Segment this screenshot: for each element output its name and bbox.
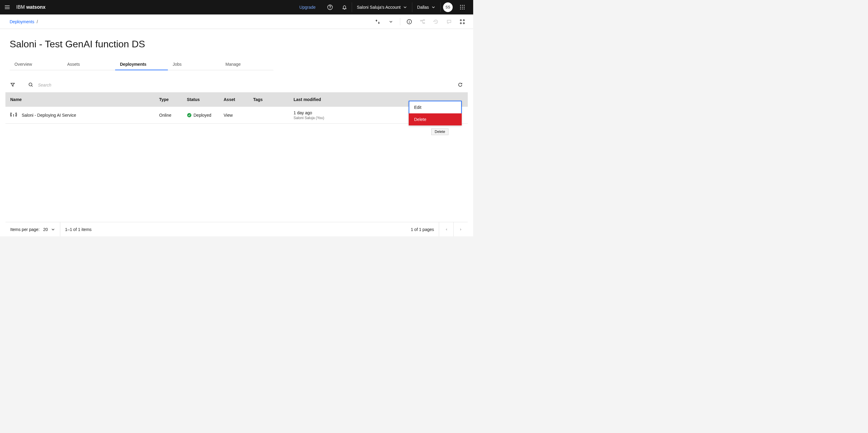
tab-assets[interactable]: Assets xyxy=(62,58,115,70)
brand-prefix: IBM xyxy=(16,4,26,10)
context-menu-delete[interactable]: Delete xyxy=(409,113,462,125)
chevron-down-icon xyxy=(431,5,435,9)
apps-grid-icon xyxy=(460,4,465,10)
help-button[interactable] xyxy=(323,0,337,15)
page-content: Saloni - Test GenAI function DS Overview… xyxy=(0,29,473,70)
refresh-icon xyxy=(458,82,463,87)
table-row[interactable]: Saloni - Deploying AI Service Online Dep… xyxy=(5,107,468,124)
region-name: Dallas xyxy=(417,5,429,10)
broadcast-icon xyxy=(10,111,17,118)
pagination-prev-button[interactable] xyxy=(439,222,453,237)
history-button xyxy=(430,16,442,28)
deployment-type-icon xyxy=(10,111,17,119)
region-switcher[interactable]: Dallas xyxy=(412,0,440,15)
chevron-down-icon xyxy=(403,5,407,9)
menu-button[interactable] xyxy=(0,0,14,15)
table-toolbar xyxy=(5,78,468,92)
related-button[interactable] xyxy=(456,16,468,28)
deployment-type-cell: Online xyxy=(159,113,187,118)
nodes-icon xyxy=(460,19,465,24)
filter-icon xyxy=(10,82,15,87)
column-header-type[interactable]: Type xyxy=(159,97,187,102)
svg-point-5 xyxy=(460,7,461,8)
status-success-icon xyxy=(187,113,192,118)
svg-point-7 xyxy=(464,7,465,8)
search-input[interactable] xyxy=(38,83,453,87)
caret-right-icon xyxy=(459,227,463,232)
flow-button xyxy=(416,16,429,28)
tab-manage[interactable]: Manage xyxy=(221,58,273,70)
import-export-dropdown[interactable] xyxy=(385,16,397,28)
row-context-menu: Edit Delete xyxy=(409,101,462,125)
search-icon xyxy=(28,82,33,87)
tab-jobs[interactable]: Jobs xyxy=(168,58,221,70)
info-button[interactable] xyxy=(403,16,415,28)
help-icon xyxy=(327,4,333,10)
notifications-button[interactable] xyxy=(337,0,352,15)
refresh-button[interactable] xyxy=(458,82,463,88)
items-per-page-select[interactable]: 20 xyxy=(43,227,55,232)
search-button[interactable] xyxy=(28,82,33,88)
column-header-status[interactable]: Status xyxy=(187,97,224,102)
breadcrumb-separator: / xyxy=(37,19,38,24)
deployment-status-text: Deployed xyxy=(193,113,211,118)
upgrade-link[interactable]: Upgrade xyxy=(299,5,315,10)
caret-left-icon xyxy=(444,227,448,232)
svg-point-20 xyxy=(29,83,32,86)
account-switcher[interactable]: Saloni Saluja's Account xyxy=(352,0,412,15)
global-header: IBM watsonx Upgrade Saloni Saluja's Acco… xyxy=(0,0,473,15)
svg-point-18 xyxy=(460,23,461,24)
hamburger-icon xyxy=(4,4,10,10)
sub-header: Deployments / xyxy=(0,15,473,29)
pagination-range-text: 1–1 of 1 items xyxy=(60,227,96,232)
avatar[interactable]: SS xyxy=(443,2,453,12)
svg-point-3 xyxy=(462,5,463,6)
chevron-down-icon xyxy=(389,20,393,24)
svg-point-16 xyxy=(460,20,461,21)
tab-deployments[interactable]: Deployments xyxy=(115,58,168,70)
table-header-row: Name Type Status Asset Tags Last modifie… xyxy=(5,92,468,107)
svg-point-6 xyxy=(462,7,463,8)
pagination-pages-text: 1 of 1 pages xyxy=(406,227,439,232)
items-per-page-value: 20 xyxy=(43,227,48,232)
tab-list: Overview Assets Deployments Jobs Manage xyxy=(10,58,464,70)
svg-point-9 xyxy=(462,9,463,10)
app-switcher[interactable] xyxy=(455,0,470,15)
comment-icon xyxy=(446,19,452,24)
table-pagination: Items per page: 20 1–1 of 1 items 1 of 1… xyxy=(5,222,468,236)
svg-point-4 xyxy=(464,5,465,6)
column-header-name[interactable]: Name xyxy=(5,97,159,102)
column-header-asset[interactable]: Asset xyxy=(224,97,253,102)
pagination-next-button[interactable] xyxy=(453,222,468,237)
svg-point-10 xyxy=(464,9,465,10)
chevron-down-icon xyxy=(51,227,55,232)
svg-point-8 xyxy=(460,9,461,10)
svg-point-19 xyxy=(463,23,464,24)
breadcrumb: Deployments / xyxy=(10,19,38,24)
flow-icon xyxy=(420,19,425,24)
tab-overview[interactable]: Overview xyxy=(10,58,62,70)
deployment-asset-cell[interactable]: View xyxy=(224,113,253,118)
items-per-page-label: Items per page: xyxy=(10,227,39,232)
page-title: Saloni - Test GenAI function DS xyxy=(10,38,464,50)
deployment-name: Saloni - Deploying AI Service xyxy=(22,113,76,118)
context-menu-edit[interactable]: Edit xyxy=(409,101,461,113)
account-name: Saloni Saluja's Account xyxy=(357,5,401,10)
breadcrumb-link-deployments[interactable]: Deployments xyxy=(10,19,34,24)
svg-point-12 xyxy=(409,20,410,21)
svg-point-2 xyxy=(460,5,461,6)
import-export-icon xyxy=(375,19,380,24)
bell-icon xyxy=(341,4,347,10)
column-header-tags[interactable]: Tags xyxy=(253,97,288,102)
deployment-status-cell: Deployed xyxy=(187,113,224,118)
deployments-table: Name Type Status Asset Tags Last modifie… xyxy=(5,78,468,124)
comment-button xyxy=(443,16,455,28)
svg-rect-14 xyxy=(424,20,425,21)
product-brand[interactable]: IBM watsonx xyxy=(16,4,45,10)
svg-rect-15 xyxy=(424,23,425,24)
filter-button[interactable] xyxy=(10,82,15,88)
info-icon xyxy=(407,19,412,24)
brand-name: watsonx xyxy=(26,4,45,10)
import-export-button[interactable] xyxy=(372,16,384,28)
history-icon xyxy=(433,19,438,24)
